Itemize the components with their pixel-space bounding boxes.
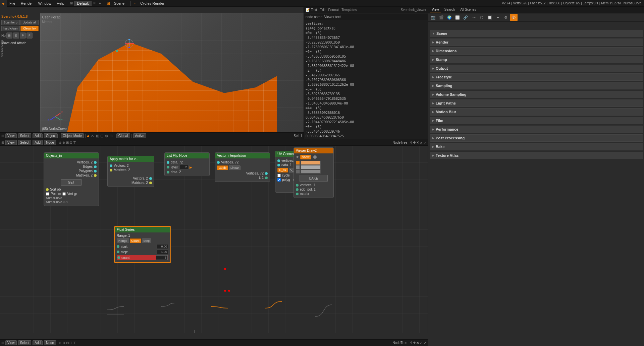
fs-step-value[interactable]: 1.00 bbox=[157, 250, 168, 254]
lf-level-value[interactable]: 2 bbox=[180, 165, 188, 169]
prop-icon-world[interactable]: 🌍 bbox=[446, 14, 453, 21]
uvc-cycle-cb[interactable] bbox=[277, 174, 281, 177]
ne-bot-view[interactable]: View bbox=[5, 340, 17, 345]
vd-swatch-3-wide[interactable] bbox=[301, 169, 321, 174]
ne-menu-view[interactable]: View bbox=[5, 140, 17, 145]
prop-icon-physics[interactable]: ⚙ bbox=[502, 14, 509, 21]
prop-icon-scene[interactable]: 🎬 bbox=[438, 14, 445, 21]
vp-menu-object[interactable]: Object bbox=[44, 133, 58, 138]
vp-object-mode[interactable]: Object Mode bbox=[61, 133, 84, 138]
icon-btn-1[interactable]: ⊞ bbox=[6, 32, 12, 39]
fs-step-btn[interactable]: Step bbox=[142, 238, 152, 243]
node-vector-interpolation[interactable]: Vector Interpolation Vertices. 72 Cubic … bbox=[215, 152, 270, 182]
icon-btn-2[interactable]: ⊟ bbox=[13, 32, 19, 39]
props-section-output-header[interactable]: ▶ Output bbox=[430, 65, 643, 72]
props-section-textureatlas-header[interactable]: ▶ Texture Atlas bbox=[430, 152, 643, 159]
socket-am-vec-out bbox=[149, 177, 152, 180]
icon-btn-f[interactable]: F bbox=[26, 32, 33, 39]
props-section-freestyle-header[interactable]: ▶ Freestyle bbox=[430, 74, 643, 80]
node-objects-in[interactable]: Objects_in Vertices. 2 Edges Polygons Ma… bbox=[44, 152, 99, 206]
ne-menu-add[interactable]: Add bbox=[33, 140, 43, 145]
uvc-polyg-cb[interactable] bbox=[277, 178, 281, 182]
hard-clean-button[interactable]: hard clean bbox=[1, 26, 20, 31]
outline-tab-view[interactable]: View bbox=[430, 7, 441, 12]
vp-icon-shading-2[interactable]: ○ bbox=[91, 133, 94, 139]
node-canvas[interactable]: Objects_in Vertices. 2 Edges Polygons Ma… bbox=[0, 146, 428, 333]
get-button[interactable]: GET bbox=[61, 179, 82, 186]
prop-icon-render-active[interactable]: 🎨 bbox=[510, 14, 518, 21]
fs-start-value[interactable]: 0.00 bbox=[157, 244, 168, 249]
vp-menu-select[interactable]: Select bbox=[18, 133, 32, 138]
ni-vertgr-checkbox[interactable] bbox=[62, 192, 66, 196]
menu-help[interactable]: Help bbox=[54, 1, 67, 6]
uvc-cycle-label: cycle bbox=[282, 174, 290, 177]
clean-lay-button[interactable]: Clean lay bbox=[20, 26, 39, 31]
outline-tab-allscenes[interactable]: All Scenes bbox=[458, 7, 478, 12]
props-section-film-header[interactable]: ▶ Film bbox=[430, 117, 643, 124]
prop-icon-constraints[interactable]: 🔗 bbox=[462, 14, 469, 21]
ni-polygons-row: Polygons bbox=[46, 169, 97, 173]
ne-bot-add[interactable]: Add bbox=[33, 340, 43, 345]
ni-postm-checkbox[interactable] bbox=[46, 192, 49, 196]
vd-swatch-1[interactable] bbox=[296, 161, 300, 165]
fs-range-btn[interactable]: Range bbox=[117, 238, 129, 243]
prop-icon-texture[interactable]: 🔲 bbox=[486, 14, 493, 21]
arrow-volume: ▶ bbox=[432, 93, 434, 96]
uvc-udir-btn[interactable]: U_dir bbox=[277, 168, 288, 172]
prop-icon-data[interactable]: 〰 bbox=[470, 14, 477, 21]
vd-show-btn[interactable]: Show bbox=[300, 155, 311, 159]
vp-active[interactable]: Active bbox=[133, 133, 146, 138]
vp-pivot[interactable]: Global bbox=[116, 133, 130, 138]
vd-swatch-2[interactable] bbox=[296, 165, 300, 169]
props-section-volume-header[interactable]: ▶ Volume Sampling bbox=[430, 91, 643, 98]
update-all-button[interactable]: Update all bbox=[20, 20, 39, 25]
vd-swatch-1-wide[interactable] bbox=[301, 161, 321, 165]
ne-icons-extra: ⊛ ⊕ ⊠ ⊡ ⊤ bbox=[59, 141, 76, 144]
transform-gizmo[interactable] bbox=[124, 39, 134, 49]
prop-icon-particles[interactable]: ✦ bbox=[494, 14, 501, 21]
ne-menu-select[interactable]: Select bbox=[18, 140, 32, 145]
ne-bot-node[interactable]: Node bbox=[44, 340, 56, 345]
scan-button[interactable]: Scan for p bbox=[1, 20, 20, 25]
menu-engine[interactable]: Cycles Render bbox=[138, 1, 167, 6]
props-section-postproc-header[interactable]: ▶ Post Processing bbox=[430, 135, 643, 141]
node-list-flip[interactable]: List Flip Node data. 72 level: 2 ▶ data.… bbox=[164, 152, 210, 176]
ne-bot-nodetree: NodeTree bbox=[392, 341, 407, 345]
vp-icon-shading-1[interactable]: ● bbox=[87, 133, 90, 139]
icon-btn-p[interactable]: P bbox=[20, 32, 26, 39]
vi-linear-btn[interactable]: Linear bbox=[229, 165, 240, 170]
node-float-series[interactable]: Float Series Range. 1 Range Count Step s… bbox=[114, 226, 171, 263]
lf-level-arrow[interactable]: ▶ bbox=[190, 165, 192, 169]
menu-tab-default[interactable]: Default bbox=[74, 1, 92, 6]
props-section-performance-header[interactable]: ▶ Performance bbox=[430, 126, 643, 133]
props-section-motionblur-header[interactable]: ▶ Motion Blur bbox=[430, 109, 643, 115]
menu-render[interactable]: Render bbox=[18, 1, 36, 6]
vp-menu-add[interactable]: Add bbox=[33, 133, 43, 138]
props-section-lightpaths-header[interactable]: ▶ Light Paths bbox=[430, 100, 643, 107]
props-section-scene-header[interactable]: ▼ Scene bbox=[430, 30, 643, 37]
outline-tab-search[interactable]: Search bbox=[442, 7, 457, 12]
vi-cubic-btn[interactable]: Cubic bbox=[217, 165, 228, 170]
vd-swatch-2-wide[interactable] bbox=[301, 165, 321, 169]
vd-swatch-3[interactable] bbox=[296, 169, 300, 174]
ne-menu-node[interactable]: Node bbox=[44, 140, 56, 145]
vp-menu-view[interactable]: View bbox=[5, 133, 17, 138]
menu-scene[interactable]: Scene bbox=[111, 1, 127, 6]
props-section-render-header[interactable]: ▶ Render bbox=[430, 39, 643, 46]
fs-count-btn[interactable]: Count bbox=[130, 238, 141, 243]
props-section-sampling-header[interactable]: ▶ Sampling bbox=[430, 82, 643, 89]
props-section-bake-header[interactable]: ▶ Bake bbox=[430, 143, 643, 150]
menu-file[interactable]: File bbox=[7, 1, 18, 6]
prop-icon-render[interactable]: 📷 bbox=[430, 14, 437, 21]
fs-count-value[interactable]: 6 bbox=[156, 255, 168, 260]
props-section-dimensions-header[interactable]: ▶ Dimensions bbox=[430, 48, 643, 54]
vd-bake-btn[interactable]: BAKE bbox=[300, 175, 328, 182]
node-viewer-draw[interactable]: Viewer Draw2 👁 Show bbox=[293, 147, 334, 198]
props-section-stamp-header[interactable]: ▶ Stamp bbox=[430, 56, 643, 63]
ne-bot-select[interactable]: Select bbox=[18, 340, 32, 345]
node-apply-matrix[interactable]: Apply matrix for v... Vectors. 2 Matrixe… bbox=[107, 156, 154, 187]
prop-icon-material[interactable]: ⬡ bbox=[478, 14, 485, 21]
menu-window[interactable]: Window bbox=[36, 1, 54, 6]
3d-viewport[interactable]: User Persp Meters X Y Z bbox=[40, 13, 304, 132]
prop-icon-object[interactable]: ⬜ bbox=[454, 14, 461, 21]
